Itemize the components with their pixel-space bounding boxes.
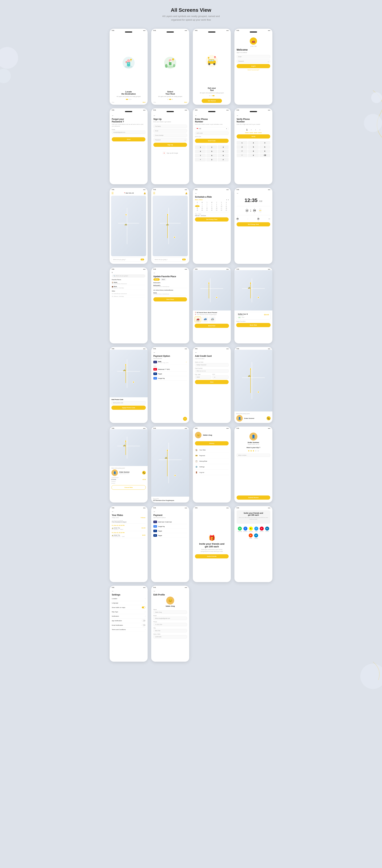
settings-appnotif[interactable]: App Notification (112, 618, 145, 623)
submit-review-btn[interactable]: Submit Review (237, 495, 270, 500)
back-button[interactable]: ← (195, 114, 229, 117)
history-item-2[interactable]: 🚕 Sedan Trip $12.00 547 Harold St → Airp… (112, 526, 145, 531)
fav-work[interactable]: 💼 Work 36, Oldstreet, Cambridge (112, 285, 145, 289)
map-view[interactable]: 🚕 (234, 270, 272, 310)
invite-btn[interactable]: Invite Friends (195, 554, 229, 558)
star-1[interactable]: ★ (248, 450, 250, 452)
back-button[interactable]: ← (237, 114, 270, 117)
back-button[interactable]: ← (153, 114, 187, 117)
send-code-button[interactable]: Send Code (195, 139, 229, 143)
menu-settings[interactable]: ⚙️ Settings (195, 464, 229, 470)
notification-icon[interactable]: 🔔 (144, 192, 146, 194)
fullname-input[interactable]: Full Name (153, 125, 187, 128)
stars-row[interactable]: ★ ★ ★ ★ ★ (237, 450, 270, 452)
history-item-1[interactable]: Tue, Nov 22, 10:30 AM From Downtown to A… (112, 519, 145, 524)
star-3[interactable]: ★ (253, 450, 255, 452)
star-4[interactable]: ★ (255, 450, 257, 452)
snapchat-share[interactable]: S Snapchat (249, 527, 253, 532)
home-tab[interactable]: Home (153, 278, 160, 281)
twitter-share[interactable]: T Twitter (254, 527, 258, 532)
menu-payment[interactable]: 💳 Payment (195, 453, 229, 458)
apply-promo[interactable]: Apply Promotion (236, 321, 271, 322)
num-1[interactable]: 1 (195, 145, 206, 149)
hour-col[interactable]: ▲ 12 ▼ (245, 208, 248, 214)
back-button[interactable]: ← (153, 510, 187, 513)
back-button[interactable]: ← (112, 590, 145, 592)
menu-icon[interactable]: ☰ (153, 192, 155, 194)
history-item-3[interactable]: 🚕 Sedan Trip $8.50 2737 Boredom Dr → Hot… (112, 534, 145, 538)
save-place-btn[interactable]: Save Place (153, 297, 187, 302)
cancel-ride-btn[interactable]: Cancel Ride (111, 485, 146, 490)
book-ride-btn[interactable]: Book Ride (236, 323, 271, 327)
where-going-input[interactable]: Where are you going ? Go (153, 257, 188, 262)
num-6[interactable]: 6 (259, 145, 270, 149)
pinterest-share[interactable]: P Pinterest (260, 527, 264, 532)
verify-button[interactable]: Verify (237, 134, 270, 138)
place-2[interactable]: Home 24, Oxford Street, Ashford/Exeter (153, 291, 187, 296)
history-btn[interactable]: History (195, 441, 229, 445)
map-view[interactable] (193, 270, 231, 310)
settings-location[interactable]: Location › (112, 596, 145, 601)
send-button[interactable]: Send (112, 137, 145, 142)
num-3[interactable]: 3 (259, 141, 270, 145)
book-now-btn[interactable]: Book Now (195, 324, 229, 328)
num-0[interactable]: 0 (248, 154, 259, 157)
back-button[interactable]: ← (112, 510, 145, 513)
phone-input[interactable]: Phone Number (153, 134, 187, 137)
map-view[interactable]: 🚕 (110, 429, 148, 466)
payment-method-2[interactable]: G Google Pay (153, 524, 187, 529)
phone-number-input[interactable]: 0476 1234 (195, 131, 229, 135)
password-input[interactable]: Password (237, 60, 270, 63)
num-7[interactable]: 7 (195, 154, 206, 157)
payment-method-4[interactable]: PP Paypal (153, 533, 187, 538)
seconds-col[interactable]: ▲ 30 ▼ (257, 216, 259, 221)
apply-promo-btn[interactable]: Apply Promo Code (111, 406, 146, 410)
settings-maptype[interactable]: Map Type › (112, 610, 145, 614)
country-selector[interactable]: 🇮🇩+62▾ (195, 127, 229, 130)
star-2[interactable]: ★ (250, 450, 252, 452)
prev-month-btn[interactable]: ‹ (226, 199, 227, 201)
go-button[interactable]: Go (182, 258, 186, 260)
other-2[interactable]: 36, Oldstreet, Cambridge (112, 295, 145, 298)
car-option-3[interactable]: 🚐 Van (209, 316, 215, 322)
otp-4[interactable]: · (258, 129, 262, 133)
menu-home[interactable]: 🏠 Your Ride (195, 447, 229, 453)
calendar-days[interactable]: 282930 1234 567 891011 121314 15161718 1… (195, 203, 229, 211)
num-star[interactable]: * (237, 154, 247, 157)
settings-traffic[interactable]: Show traffic on maps (112, 605, 145, 610)
map-view[interactable]: 🚕 (111, 196, 146, 256)
fav-home[interactable]: 🏠 Home 24, Ashford/Exeter, Manchester (112, 281, 145, 285)
num-5[interactable]: 5 (206, 150, 217, 153)
settings-terms[interactable]: Terms and Conditions › (112, 627, 145, 632)
linkedin-share[interactable]: in LinkedIn (265, 527, 269, 532)
set-pickup-btn[interactable]: Set Pickup Time (237, 222, 270, 226)
back-button[interactable]: ← (153, 272, 187, 274)
settings-notification[interactable]: Notification › (112, 614, 145, 618)
work-tab[interactable]: Work (160, 278, 166, 281)
save-card-btn[interactable]: Save (195, 380, 229, 384)
set-pickup-btn[interactable]: Set Pickup Time (195, 217, 229, 221)
phone-input[interactable]: +1 425 1234 (153, 623, 187, 626)
from-search[interactable]: 🔍 Where are you going? (112, 274, 145, 278)
otp-2[interactable]: · (249, 129, 253, 133)
filter-label[interactable]: Follows (141, 517, 145, 518)
num-hash[interactable]: # (218, 158, 229, 161)
map-view[interactable]: 🚕 (151, 429, 189, 497)
call-btn[interactable]: 📞 (142, 471, 146, 474)
num-3[interactable]: 3 (218, 145, 229, 149)
menu-logout[interactable]: 🚪 Log out (195, 470, 229, 475)
email-input[interactable]: Alena.douglas@gmail.com (153, 617, 187, 620)
signup-button[interactable]: Sign Up (153, 143, 187, 147)
ok-btn[interactable]: OK (268, 218, 270, 220)
next-month-btn[interactable]: › (228, 199, 229, 201)
password-input[interactable]: Password (153, 138, 187, 142)
num-9[interactable]: 9 (218, 154, 229, 157)
email-input[interactable]: Email (237, 55, 270, 58)
get-started-btn[interactable]: Get Started (202, 99, 222, 103)
back-button[interactable]: ← (195, 351, 229, 354)
car-option-2[interactable]: 🚙 SUV (202, 316, 208, 322)
num-8[interactable]: 8 (248, 149, 259, 153)
num-5[interactable]: 5 (248, 145, 259, 149)
login-button[interactable]: Log In (237, 64, 270, 68)
num-7[interactable]: 7 (237, 149, 247, 153)
